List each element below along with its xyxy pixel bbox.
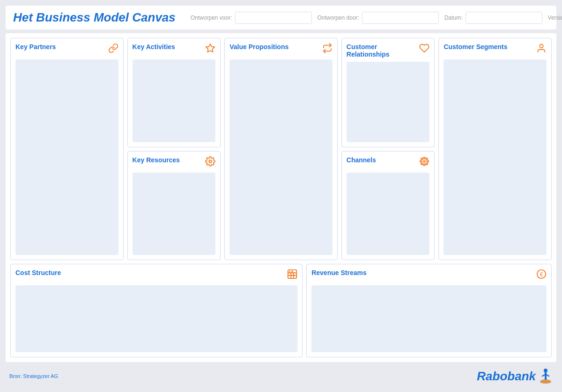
- cell-key-activities-header: Key Activities: [133, 43, 216, 56]
- key-resources-title: Key Resources: [133, 156, 180, 164]
- revenue-streams-title: Revenue Streams: [311, 269, 367, 276]
- svg-point-5: [420, 160, 422, 162]
- svg-point-4: [424, 164, 426, 166]
- cell-channels: Channels: [341, 151, 435, 261]
- cost-structure-icon: [287, 269, 297, 282]
- versie-label: Versie:: [548, 15, 562, 21]
- cell-revenue-streams: Revenue Streams €: [306, 264, 552, 357]
- svg-point-11: [540, 44, 543, 48]
- svg-point-3: [424, 157, 426, 159]
- revenue-streams-content: [311, 285, 547, 352]
- svg-point-10: [426, 158, 428, 160]
- datum-field: Datum:: [444, 12, 542, 24]
- cell-key-partners: Key Partners: [10, 38, 124, 260]
- footer-logo: Rabobank: [477, 368, 553, 385]
- svg-point-2: [424, 160, 426, 162]
- value-propositions-icon: [322, 43, 333, 56]
- canvas-bottom: Cost Structure: [10, 264, 552, 357]
- cell-cost-structure: Cost Structure: [10, 264, 303, 357]
- cell-customer-relationships: Customer Relationships: [341, 38, 435, 147]
- customer-relationships-icon: [419, 43, 429, 56]
- cost-structure-content: [15, 285, 297, 352]
- footer: Bron: Strategyzer AG Rabobank: [6, 366, 556, 386]
- col-customer-relationships: Customer Relationships Channels: [341, 38, 435, 260]
- channels-title: Channels: [347, 156, 376, 164]
- channels-content: [347, 173, 430, 255]
- customer-relationships-content: [347, 62, 430, 142]
- svg-point-9: [421, 163, 423, 165]
- cell-key-resources: Key Resources: [127, 151, 221, 261]
- value-propositions-content: [229, 59, 333, 255]
- page-title: Het Business Model Canvas: [13, 10, 176, 25]
- ontworpen-voor-label: Ontworpen voor:: [191, 15, 232, 21]
- cell-channels-header: Channels: [347, 156, 430, 169]
- canvas: Key Partners Key Activities: [6, 33, 556, 362]
- cost-structure-title: Cost Structure: [15, 269, 61, 276]
- customer-segments-title: Customer Segments: [444, 43, 507, 51]
- key-activities-content: [133, 59, 216, 142]
- cell-customer-segments: Customer Segments: [438, 38, 552, 260]
- cell-value-propositions-header: Value Propositions: [229, 43, 333, 56]
- key-resources-icon: [205, 156, 215, 169]
- rabobank-logo-icon: [539, 368, 553, 385]
- svg-point-8: [426, 163, 428, 165]
- key-activities-title: Key Activities: [133, 43, 175, 51]
- ontworpen-door-label: Ontworpen door:: [318, 15, 359, 21]
- ontworpen-door-input[interactable]: [362, 12, 439, 24]
- svg-rect-24: [545, 371, 547, 380]
- cell-value-propositions: Value Propositions: [224, 38, 338, 260]
- key-partners-title: Key Partners: [15, 43, 56, 51]
- svg-point-7: [421, 158, 423, 160]
- cell-revenue-streams-header: Revenue Streams €: [311, 269, 547, 282]
- ontworpen-voor-field: Ontworpen voor:: [191, 12, 312, 24]
- svg-marker-0: [206, 44, 214, 52]
- svg-point-1: [209, 160, 212, 163]
- customer-segments-icon: [536, 43, 547, 56]
- value-propositions-title: Value Propositions: [229, 43, 288, 51]
- cell-key-partners-header: Key Partners: [15, 43, 118, 56]
- channels-icon: [419, 156, 429, 169]
- versie-field: Versie:: [548, 12, 562, 24]
- key-partners-content: [15, 59, 118, 255]
- datum-input[interactable]: [466, 12, 542, 24]
- customer-segments-content: [444, 59, 547, 255]
- cell-key-activities: Key Activities: [127, 38, 221, 147]
- svg-point-6: [427, 160, 429, 162]
- key-partners-icon: [108, 43, 118, 56]
- page: Het Business Model Canvas Ontworpen voor…: [0, 0, 562, 392]
- key-resources-content: [133, 173, 216, 255]
- footer-logo-text: Rabobank: [477, 369, 536, 384]
- cell-cost-structure-header: Cost Structure: [15, 269, 297, 282]
- cell-customer-relationships-header: Customer Relationships: [347, 43, 430, 58]
- ontworpen-voor-input[interactable]: [235, 12, 312, 24]
- cell-customer-segments-header: Customer Segments: [444, 43, 547, 56]
- header: Het Business Model Canvas Ontworpen voor…: [6, 6, 556, 29]
- col-key-activities: Key Activities Key Resources: [127, 38, 221, 260]
- canvas-top: Key Partners Key Activities: [10, 38, 552, 260]
- revenue-streams-icon: €: [536, 269, 547, 282]
- cell-key-resources-header: Key Resources: [133, 156, 216, 169]
- svg-point-25: [544, 369, 547, 372]
- ontworpen-door-field: Ontworpen door:: [318, 12, 439, 24]
- key-activities-icon: [205, 43, 215, 56]
- footer-source: Bron: Strategyzer AG: [9, 373, 58, 379]
- customer-relationships-title: Customer Relationships: [347, 43, 420, 58]
- svg-text:€: €: [540, 271, 543, 278]
- datum-label: Datum:: [444, 15, 463, 21]
